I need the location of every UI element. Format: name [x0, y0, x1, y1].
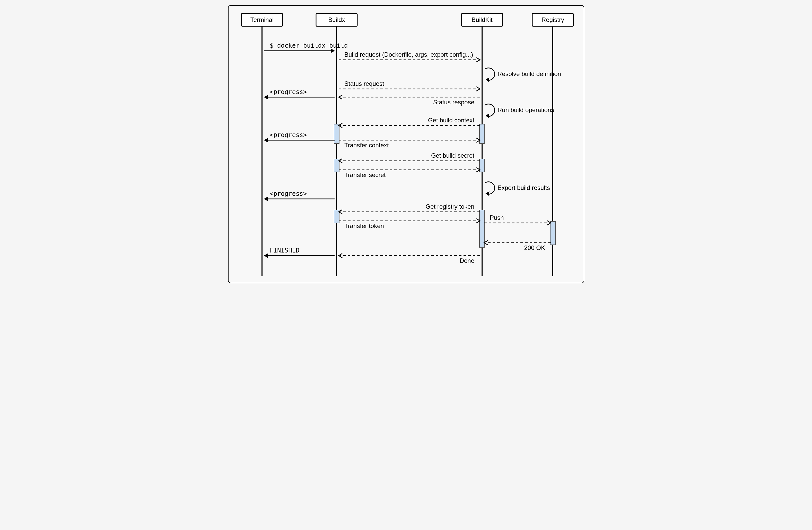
svg-marker-13 — [485, 114, 489, 118]
self-message — [484, 104, 495, 116]
svg-marker-7 — [485, 78, 489, 82]
svg-text:Terminal: Terminal — [250, 16, 274, 23]
svg-text:200 OK: 200 OK — [524, 244, 545, 251]
activation-bar — [479, 124, 484, 143]
svg-marker-17 — [264, 138, 268, 142]
svg-text:Resolve build definition: Resolve build definition — [497, 70, 561, 77]
svg-text:Get registry token: Get registry token — [425, 203, 474, 210]
svg-text:Registry: Registry — [541, 16, 564, 23]
svg-text:$ docker buildx build: $ docker buildx build — [270, 42, 348, 49]
svg-text:Buildx: Buildx — [328, 16, 345, 23]
svg-text:Export build results: Export build results — [497, 184, 550, 191]
svg-marker-23 — [264, 197, 268, 201]
svg-text:Push: Push — [490, 214, 504, 221]
svg-text:Build request (Dockerfile, arg: Build request (Dockerfile, args, export … — [344, 51, 473, 58]
svg-text:Status request: Status request — [344, 80, 384, 87]
activation-bar — [334, 124, 339, 143]
activation-bar — [479, 210, 484, 247]
self-message — [484, 68, 495, 80]
svg-text:Get build secret: Get build secret — [431, 152, 474, 159]
svg-text:BuildKit: BuildKit — [472, 16, 493, 23]
svg-text:Transfer token: Transfer token — [344, 222, 384, 229]
sequence-diagram-frame: $ docker buildx buildBuild request (Dock… — [228, 5, 584, 283]
svg-marker-21 — [485, 192, 489, 196]
activation-bar — [550, 222, 555, 245]
svg-text:Status respose: Status respose — [433, 99, 474, 106]
svg-text:FINISHED: FINISHED — [270, 247, 300, 254]
svg-text:Transfer context: Transfer context — [344, 142, 389, 149]
svg-marker-30 — [264, 253, 268, 257]
svg-marker-11 — [264, 95, 268, 99]
svg-text:Transfer secret: Transfer secret — [344, 171, 386, 178]
svg-text:Run build operations: Run build operations — [497, 107, 554, 113]
self-message — [484, 182, 495, 194]
svg-text:<progress>: <progress> — [270, 131, 307, 139]
svg-text:Done: Done — [460, 257, 474, 264]
svg-marker-4 — [331, 49, 335, 53]
svg-text:Get build context: Get build context — [428, 117, 474, 124]
svg-text:<progress>: <progress> — [270, 88, 307, 96]
svg-text:<progress>: <progress> — [270, 190, 307, 197]
